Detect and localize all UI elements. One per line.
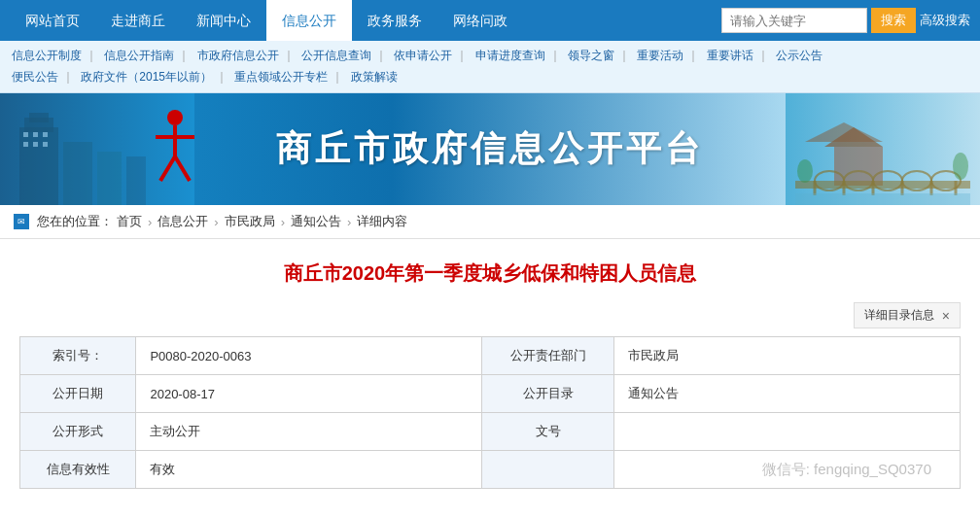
svg-rect-20 [795, 181, 970, 189]
search-button[interactable]: 搜索 [871, 8, 916, 33]
top-navigation: 网站首页 走进商丘 新闻中心 信息公开 政务服务 网络问政 搜索 高级搜索 [0, 0, 980, 41]
subnav-item-3[interactable]: 市政府信息公开 [197, 49, 279, 62]
svg-rect-4 [97, 152, 122, 205]
value-dept: 市民政局 [614, 337, 961, 375]
advanced-search-link[interactable]: 高级搜索 [920, 12, 970, 29]
info-table: 索引号： P0080-2020-0063 公开责任部门 市民政局 公开日期 20… [19, 336, 961, 489]
breadcrumb-arrow-2: › [214, 215, 218, 229]
banner: 商丘市政府信息公开平台 [0, 93, 980, 205]
value-empty [614, 451, 961, 489]
table-row: 信息有效性 有效 [20, 451, 961, 489]
label-date: 公开日期 [20, 375, 136, 413]
value-form: 主动公开 [136, 413, 482, 451]
info-table-container: 索引号： P0080-2020-0063 公开责任部门 市民政局 公开日期 20… [19, 302, 961, 489]
nav-inquiry[interactable]: 网络问政 [438, 0, 523, 41]
subnav-item-14[interactable]: 政策解读 [351, 70, 398, 84]
search-input[interactable] [721, 8, 867, 33]
svg-rect-8 [43, 132, 48, 137]
label-dept: 公开责任部门 [482, 337, 614, 375]
svg-rect-9 [23, 142, 28, 147]
subnav-item-13[interactable]: 重点领域公开专栏 [234, 70, 328, 84]
value-index: P0080-2020-0063 [136, 337, 482, 375]
table-row: 公开日期 2020-08-17 公开目录 通知公告 [20, 375, 961, 413]
nav-service[interactable]: 政务服务 [352, 0, 438, 41]
article-title: 商丘市2020年第一季度城乡低保和特困人员信息 [19, 260, 961, 287]
svg-rect-2 [29, 113, 49, 122]
svg-rect-0 [19, 127, 58, 205]
svg-rect-5 [126, 156, 146, 205]
nav-info[interactable]: 信息公开 [266, 0, 352, 41]
svg-point-34 [953, 153, 968, 180]
svg-point-33 [797, 159, 813, 183]
table-row: 索引号： P0080-2020-0063 公开责任部门 市民政局 [20, 337, 961, 375]
label-empty [482, 451, 614, 489]
subnav-item-2[interactable]: 信息公开指南 [104, 49, 174, 62]
bridge-illustration [795, 118, 970, 205]
subnav-item-11[interactable]: 便民公告 [12, 70, 58, 84]
label-catalog: 公开目录 [482, 375, 614, 413]
subnav-item-4[interactable]: 公开信息查询 [301, 49, 371, 62]
subnav-item-1[interactable]: 信息公开制度 [12, 49, 82, 62]
value-validity: 有效 [136, 451, 482, 489]
label-validity: 信息有效性 [20, 451, 136, 489]
svg-rect-11 [43, 142, 48, 147]
subnav-item-10[interactable]: 公示公告 [776, 49, 822, 62]
breadcrumb-home[interactable]: 首页 [117, 213, 142, 230]
nav-about[interactable]: 走进商丘 [95, 0, 181, 41]
subnav-item-8[interactable]: 重要活动 [637, 49, 683, 62]
nav-news[interactable]: 新闻中心 [181, 0, 266, 41]
svg-rect-10 [33, 142, 38, 147]
svg-marker-19 [805, 122, 883, 142]
breadcrumb: ✉ 您在的位置： 首页 › 信息公开 › 市民政局 › 通知公告 › 详细内容 [0, 205, 980, 239]
svg-rect-18 [834, 147, 883, 186]
breadcrumb-arrow-4: › [347, 215, 351, 229]
breadcrumb-arrow-3: › [281, 215, 285, 229]
logo-figure [151, 108, 199, 194]
label-index: 索引号： [20, 337, 136, 375]
page-content: 商丘市2020年第一季度城乡低保和特困人员信息 详细目录信息 × 索引号： P0… [0, 239, 980, 508]
label-docno: 文号 [482, 413, 614, 451]
svg-line-16 [175, 156, 190, 181]
subnav-item-9[interactable]: 重要讲话 [707, 49, 753, 62]
sub-navigation: 信息公开制度｜ 信息公开指南｜ 市政府信息公开｜ 公开信息查询｜ 依申请公开｜ … [0, 41, 980, 93]
value-docno [614, 413, 961, 451]
svg-rect-27 [795, 193, 970, 205]
breadcrumb-arrow-1: › [148, 215, 152, 229]
search-area: 搜索 高级搜索 [721, 8, 970, 33]
label-form: 公开形式 [20, 413, 136, 451]
subnav-item-6[interactable]: 申请进度查询 [475, 49, 545, 62]
svg-rect-3 [63, 142, 92, 205]
banner-title: 商丘市政府信息公开平台 [276, 125, 704, 173]
breadcrumb-prefix: 您在的位置： [37, 213, 113, 230]
breadcrumb-current: 详细内容 [357, 213, 407, 230]
value-date: 2020-08-17 [136, 375, 482, 413]
value-catalog: 通知公告 [614, 375, 961, 413]
svg-point-12 [167, 110, 183, 125]
table-row: 公开形式 主动公开 文号 [20, 413, 961, 451]
subnav-item-12[interactable]: 政府文件（2015年以前） [81, 70, 212, 84]
subnav-item-7[interactable]: 领导之窗 [568, 49, 614, 62]
svg-rect-7 [33, 132, 38, 137]
breadcrumb-icon: ✉ [14, 214, 29, 229]
breadcrumb-notice[interactable]: 通知公告 [291, 213, 341, 230]
breadcrumb-info[interactable]: 信息公开 [158, 213, 208, 230]
breadcrumb-dept[interactable]: 市民政局 [225, 213, 275, 230]
svg-rect-6 [23, 132, 28, 137]
nav-home[interactable]: 网站首页 [10, 0, 95, 41]
subnav-item-5[interactable]: 依申请公开 [394, 49, 452, 62]
svg-line-15 [160, 156, 175, 181]
